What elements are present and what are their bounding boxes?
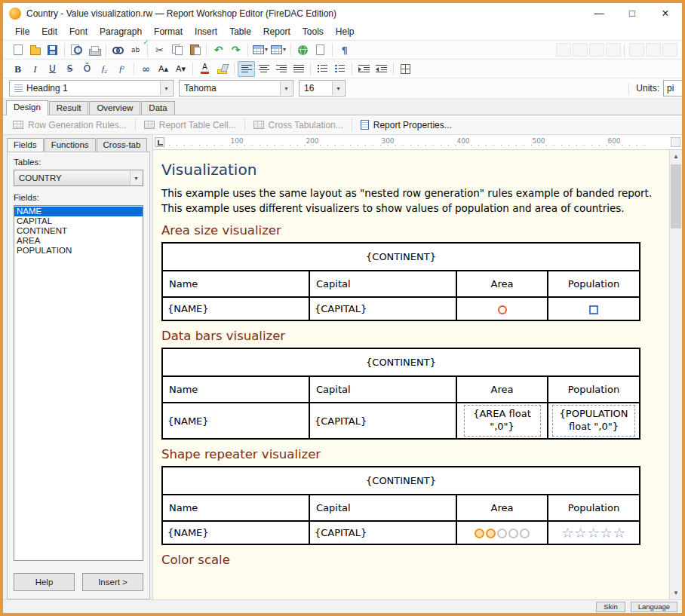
section-heading-color-scale[interactable]: Color scale xyxy=(161,553,660,567)
menu-paragraph[interactable]: Paragraph xyxy=(94,23,148,40)
menu-font[interactable]: Font xyxy=(63,23,94,40)
list-item-population[interactable]: POPULATION xyxy=(14,246,143,256)
column-header-name[interactable]: Name xyxy=(162,271,309,297)
name-cell[interactable]: {NAME} xyxy=(162,521,309,544)
scrollbar-thumb[interactable] xyxy=(671,164,681,228)
decrease-indent-button[interactable] xyxy=(373,61,390,77)
column-header-population[interactable]: Population xyxy=(548,376,640,403)
section-heading-shape-repeater[interactable]: Shape repeater visualizer xyxy=(161,447,660,461)
insert-table-button[interactable]: ▾ xyxy=(251,42,269,58)
area-shape-repeater-cell[interactable] xyxy=(456,521,548,544)
spell-check-button[interactable]: ab ✓ xyxy=(127,42,144,58)
subscript-button[interactable]: f₂ xyxy=(96,61,113,77)
section-heading-area-size[interactable]: Area size visualizer xyxy=(161,223,660,238)
maximize-button[interactable]: □ xyxy=(616,3,649,23)
redo-button[interactable]: ↷ xyxy=(227,42,244,58)
capital-cell[interactable]: {CAPITAL} xyxy=(309,403,456,439)
superscript-button[interactable]: f² xyxy=(113,61,131,77)
close-button[interactable]: × xyxy=(649,3,682,23)
minimize-button[interactable]: — xyxy=(582,3,616,23)
zoom-button[interactable] xyxy=(68,42,85,58)
circle-repeater-icon[interactable] xyxy=(475,529,530,538)
tab-stop-selector-icon[interactable] xyxy=(155,137,164,147)
menu-insert[interactable]: Insert xyxy=(189,23,223,40)
menu-edit[interactable]: Edit xyxy=(35,23,63,40)
scroll-down-button[interactable]: ▼ xyxy=(670,587,682,599)
copy-button[interactable] xyxy=(168,42,186,58)
column-header-capital[interactable]: Capital xyxy=(309,495,456,521)
column-header-area[interactable]: Area xyxy=(456,495,548,521)
italic-button[interactable]: I xyxy=(26,61,44,77)
align-left-button[interactable] xyxy=(238,61,255,77)
menu-file[interactable]: File xyxy=(9,23,35,40)
bullet-list-button[interactable] xyxy=(314,61,331,77)
shrink-font-button[interactable]: A▾ xyxy=(172,61,189,77)
column-header-capital[interactable]: Capital xyxy=(309,376,456,403)
area-databar-cell[interactable]: {AREA float ",0"} xyxy=(456,403,548,439)
font-color-button[interactable]: A xyxy=(196,61,213,77)
tab-data[interactable]: Data xyxy=(141,101,174,115)
underline-button[interactable]: U xyxy=(44,61,61,77)
list-item-continent[interactable]: CONTINENT xyxy=(14,226,143,236)
open-button[interactable] xyxy=(26,42,44,58)
column-header-capital[interactable]: Capital xyxy=(309,271,456,297)
language-button[interactable]: Language xyxy=(631,602,677,612)
fields-list[interactable]: NAME CAPITAL CONTINENT AREA POPULATION xyxy=(14,205,143,561)
continent-cell[interactable]: {CONTINENT} xyxy=(162,467,640,495)
chevron-down-icon[interactable]: ▾ xyxy=(332,81,344,95)
column-header-name[interactable]: Name xyxy=(162,495,309,521)
table-menu-button[interactable]: ▾ xyxy=(269,42,287,58)
show-formatting-marks-button[interactable]: ¶ xyxy=(336,42,353,58)
menu-format[interactable]: Format xyxy=(148,23,189,40)
find-button[interactable] xyxy=(109,42,127,58)
cut-button[interactable]: ✂ xyxy=(151,42,168,58)
insert-page-button[interactable] xyxy=(312,42,329,58)
population-visualizer-cell[interactable] xyxy=(548,297,640,320)
tab-overview[interactable]: Overview xyxy=(89,101,140,115)
section-heading-data-bars[interactable]: Data bars visualizer xyxy=(161,329,660,343)
continent-cell[interactable]: {CONTINENT} xyxy=(162,243,640,271)
report-properties-button[interactable]: Report Properties... xyxy=(355,118,457,132)
list-item-area[interactable]: AREA xyxy=(14,236,143,246)
area-visualizer-cell[interactable] xyxy=(456,297,548,320)
grow-font-button[interactable]: A▴ xyxy=(155,61,172,77)
menu-tools[interactable]: Tools xyxy=(296,23,330,40)
align-justify-button[interactable] xyxy=(290,61,307,77)
strikethrough-button[interactable]: S xyxy=(61,61,78,77)
list-item-name[interactable]: NAME xyxy=(14,207,143,216)
new-document-button[interactable] xyxy=(9,42,26,58)
capital-cell[interactable]: {CAPITAL} xyxy=(309,297,456,320)
column-header-area[interactable]: Area xyxy=(456,376,548,403)
chevron-down-icon[interactable]: ▾ xyxy=(280,81,292,95)
area-databar-placeholder[interactable]: {AREA float ",0"} xyxy=(464,405,541,437)
hyperlink-button[interactable] xyxy=(294,42,312,58)
tab-fields[interactable]: Fields xyxy=(7,138,44,152)
bold-button[interactable]: B xyxy=(9,61,26,77)
paragraph-borders-button[interactable] xyxy=(397,61,414,77)
report-design-canvas[interactable]: Visualization This example uses the same… xyxy=(153,150,669,599)
menu-help[interactable]: Help xyxy=(330,23,361,40)
tables-select[interactable]: COUNTRY ▾ xyxy=(14,170,143,186)
column-header-population[interactable]: Population xyxy=(548,271,640,297)
menu-report[interactable]: Report xyxy=(257,23,296,40)
paragraph-style-select[interactable]: Heading 1 ▾ xyxy=(9,80,174,97)
tab-design[interactable]: Design xyxy=(6,100,48,115)
population-databar-cell[interactable]: {POPULATION float ",0"} xyxy=(548,403,640,439)
tab-cross-tab[interactable]: Cross-tab xyxy=(97,138,148,152)
intro-line[interactable]: This example uses different visualizers … xyxy=(161,201,660,216)
horizontal-ruler[interactable]: 100 200 300 400 500 600 xyxy=(153,135,682,150)
circle-size-icon[interactable] xyxy=(498,305,507,314)
numbered-list-button[interactable] xyxy=(331,61,349,77)
hyperlink-text-button[interactable]: ∞ xyxy=(137,61,155,77)
insert-button[interactable]: Insert > xyxy=(82,573,143,591)
scroll-up-button[interactable]: ▲ xyxy=(670,150,682,163)
help-button[interactable]: Help xyxy=(14,573,75,591)
print-button[interactable] xyxy=(85,42,103,58)
intro-paragraph[interactable]: This example uses the same layout as "ne… xyxy=(161,186,660,216)
save-button[interactable] xyxy=(44,42,61,58)
name-cell[interactable]: {NAME} xyxy=(162,297,309,320)
column-header-area[interactable]: Area xyxy=(456,271,548,297)
column-header-name[interactable]: Name xyxy=(162,376,309,403)
square-size-icon[interactable] xyxy=(589,305,598,314)
vertical-scrollbar[interactable]: ▲ ▼ xyxy=(669,150,682,599)
